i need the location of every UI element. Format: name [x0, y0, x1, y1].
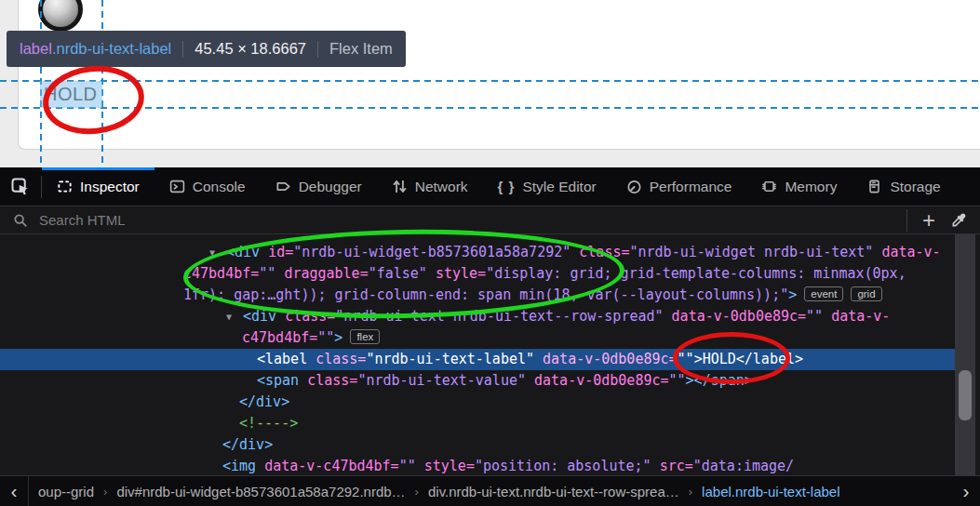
highlighter-tooltip: label.nrdb-ui-text-label 45.45 × 18.6667…: [7, 31, 406, 67]
searchbar-divider: [906, 209, 907, 232]
page-preview: HOLD label.nrdb-ui-text-label 45.45 × 18…: [0, 0, 980, 167]
expand-arrow-icon[interactable]: ▼: [226, 306, 243, 327]
tooltip-divider: [182, 41, 183, 58]
breadcrumb-item[interactable]: div#nrdb-ui-widget-b8573601a58a7292.nrdb…: [107, 484, 414, 499]
eyedropper-button[interactable]: [950, 212, 967, 229]
tooltip-selector: label.nrdb-ui-text-label: [20, 40, 171, 58]
breadcrumb: ‹ oup--grid › div#nrdb-ui-widget-b857360…: [0, 475, 980, 506]
tooltip-divider: [317, 41, 318, 58]
tab-style-editor[interactable]: { } Style Editor: [483, 167, 611, 206]
tab-label: Console: [193, 179, 246, 195]
page-card: [18, 0, 980, 150]
storage-icon: [866, 179, 882, 194]
tooltip-flex-item-badge: Flex Item: [329, 40, 393, 58]
tab-label: Storage: [890, 179, 940, 195]
tab-inspector[interactable]: Inspector: [42, 167, 154, 206]
tab-network[interactable]: Network: [377, 167, 483, 206]
add-node-button[interactable]: +: [922, 211, 935, 230]
flex-guide-horizontal-bottom: [0, 107, 980, 109]
markup-line[interactable]: c47bd4bf="">flex: [242, 327, 380, 349]
markup-line[interactable]: </div>: [222, 434, 273, 456]
breadcrumb-scroll-right-icon[interactable]: ›: [952, 477, 980, 505]
badge-flex[interactable]: flex: [350, 329, 380, 344]
tab-memory[interactable]: Memory: [746, 167, 852, 206]
markup-line[interactable]: <!---->: [239, 413, 298, 434]
scrollbar-thumb[interactable]: [959, 370, 972, 420]
tooltip-class-name: .nrdb-ui-text-label: [52, 40, 171, 57]
tab-storage[interactable]: Storage: [852, 167, 955, 206]
search-icon: [13, 213, 28, 228]
memory-icon: [761, 179, 777, 194]
network-icon: [392, 179, 408, 194]
tab-debugger[interactable]: Debugger: [261, 167, 377, 206]
scrollbar-track[interactable]: [955, 234, 975, 476]
tab-label: Inspector: [80, 179, 140, 195]
breadcrumb-item[interactable]: div.nrdb-ui-text.nrdb-ui-text--row-sprea…: [419, 484, 689, 499]
devtools-window: HOLD label.nrdb-ui-text-label 45.45 × 18…: [0, 0, 980, 506]
inspector-icon: [57, 179, 73, 194]
annotation-red-circle-markup: [673, 332, 790, 384]
devtools-toolbar: Inspector Console Debugger: [0, 167, 980, 206]
search-bar: +: [0, 206, 980, 234]
element-picker-button[interactable]: [0, 167, 41, 206]
element-picker-icon: [11, 178, 30, 196]
badge-grid[interactable]: grid: [851, 286, 881, 301]
debugger-icon: [275, 179, 291, 194]
tab-label: Network: [415, 179, 468, 195]
tab-console[interactable]: Console: [154, 167, 261, 206]
tab-label: Performance: [650, 179, 732, 195]
breadcrumb-item[interactable]: oup--grid: [29, 484, 103, 499]
tooltip-dimensions: 45.45 × 18.6667: [195, 40, 306, 58]
tab-label: Style Editor: [522, 179, 596, 195]
style-editor-icon: { }: [498, 179, 516, 194]
search-bar-actions: +: [906, 209, 971, 232]
tab-performance[interactable]: Performance: [611, 167, 747, 206]
performance-icon: [626, 179, 642, 194]
breadcrumb-item-selected[interactable]: label.nrdb-ui-text-label: [692, 484, 849, 499]
tooltip-tag-name: label: [20, 40, 52, 57]
breadcrumb-scroll-left-icon[interactable]: ‹: [0, 477, 28, 505]
tab-label: Debugger: [299, 179, 362, 195]
markup-line[interactable]: </div>: [239, 392, 289, 413]
flex-guide-horizontal-top: [0, 80, 980, 82]
markup-line[interactable]: <img data-v-c47bd4bf="" style="position:…: [222, 456, 794, 476]
console-icon: [169, 179, 185, 194]
badge-event[interactable]: event: [804, 286, 843, 301]
toolbar-tabs: Inspector Console Debugger: [42, 167, 956, 206]
markup-line[interactable]: <span class="nrdb-ui-text-value" data-v-…: [257, 370, 753, 392]
search-html-input[interactable]: [37, 211, 897, 229]
tab-label: Memory: [785, 179, 837, 195]
